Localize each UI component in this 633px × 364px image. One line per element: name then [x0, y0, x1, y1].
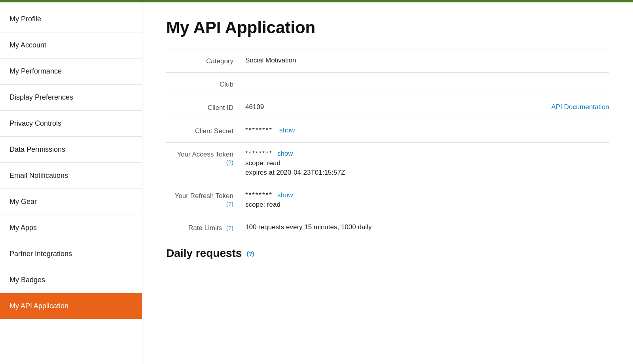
label-club: Club	[166, 80, 245, 89]
row-client-secret: Client Secret ******** show	[166, 119, 609, 142]
sidebar-item-my-profile[interactable]: My Profile	[0, 6, 142, 32]
daily-requests-title: Daily requests (?)	[166, 247, 609, 260]
layout: My ProfileMy AccountMy PerformanceDispla…	[0, 2, 633, 364]
row-access-token: Your Access Token (?) ******** show scop…	[166, 142, 609, 184]
client-secret-stars: ********	[245, 126, 273, 134]
api-documentation-link[interactable]: API Documentation	[552, 103, 609, 111]
value-rate-limits: 100 requests every 15 minutes, 1000 dail…	[245, 223, 609, 231]
access-token-first-line: ******** show	[245, 150, 609, 158]
row-rate-limits: Rate Limits (?) 100 requests every 15 mi…	[166, 216, 609, 239]
access-token-label-text: Your Access Token	[177, 151, 233, 158]
row-club: Club	[166, 72, 609, 96]
info-rows: Category Social Motivation Club Client I…	[166, 49, 609, 239]
daily-requests-help-icon[interactable]: (?)	[246, 250, 254, 257]
refresh-token-help-icon[interactable]: (?)	[226, 200, 233, 207]
refresh-token-label-text: Your Refresh Token	[175, 192, 233, 200]
sidebar-item-email-notifications[interactable]: Email Notifications	[0, 163, 142, 189]
value-refresh-token: ******** show scope: read	[245, 191, 609, 209]
label-refresh-token: Your Refresh Token (?)	[166, 191, 245, 208]
row-refresh-token: Your Refresh Token (?) ******** show sco…	[166, 184, 609, 216]
label-client-id: Client ID	[166, 103, 245, 112]
main-content: My API Application Category Social Motiv…	[142, 2, 633, 364]
value-category: Social Motivation	[245, 57, 609, 64]
sidebar-item-my-performance[interactable]: My Performance	[0, 58, 142, 85]
refresh-token-first-line: ******** show	[245, 191, 609, 199]
daily-requests-label: Daily requests	[166, 247, 242, 260]
rate-limits-help-icon[interactable]: (?)	[226, 224, 233, 231]
row-category: Category Social Motivation	[166, 49, 609, 72]
rate-limits-label-text: Rate Limits	[188, 224, 222, 232]
page-title: My API Application	[166, 18, 609, 37]
label-access-token: Your Access Token (?)	[166, 150, 245, 166]
value-access-token: ******** show scope: read expires at 202…	[245, 150, 609, 177]
access-token-expires: expires at 2020-04-23T01:15:57Z	[245, 169, 609, 177]
sidebar-item-data-permissions[interactable]: Data Permissions	[0, 137, 142, 163]
sidebar-item-privacy-controls[interactable]: Privacy Controls	[0, 111, 142, 137]
label-rate-limits: Rate Limits (?)	[166, 223, 245, 232]
row-client-id: Client ID 46109 API Documentation	[166, 96, 609, 119]
refresh-token-show-link[interactable]: show	[277, 191, 293, 199]
access-token-show-link[interactable]: show	[277, 150, 293, 158]
sidebar-item-my-account[interactable]: My Account	[0, 32, 142, 58]
label-client-secret: Client Secret	[166, 126, 245, 135]
sidebar-item-my-apps[interactable]: My Apps	[0, 215, 142, 241]
refresh-token-scope: scope: read	[245, 201, 609, 209]
sidebar-item-my-badges[interactable]: My Badges	[0, 267, 142, 293]
access-token-scope: scope: read	[245, 159, 609, 167]
sidebar-item-my-api-application[interactable]: My API Application	[0, 293, 142, 319]
sidebar: My ProfileMy AccountMy PerformanceDispla…	[0, 2, 142, 364]
sidebar-item-display-preferences[interactable]: Display Preferences	[0, 85, 142, 111]
access-token-help-icon[interactable]: (?)	[226, 159, 233, 166]
client-secret-show-link[interactable]: show	[279, 126, 295, 134]
refresh-token-stars: ********	[245, 191, 273, 199]
sidebar-item-my-gear[interactable]: My Gear	[0, 189, 142, 215]
value-client-secret: ******** show	[245, 126, 609, 134]
label-category: Category	[166, 57, 245, 65]
sidebar-item-partner-integrations[interactable]: Partner Integrations	[0, 241, 142, 267]
access-token-stars: ********	[245, 150, 273, 158]
